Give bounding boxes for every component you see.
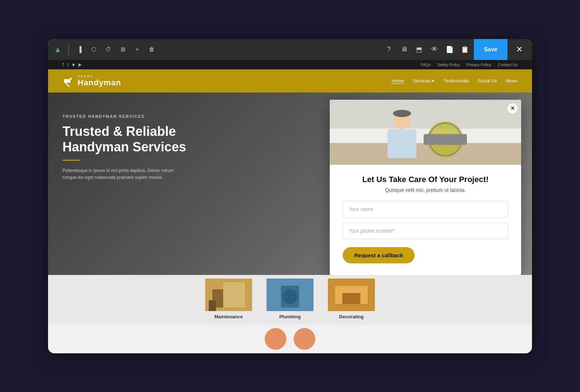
service-maintenance: Maintenance xyxy=(198,275,259,324)
toolbar: ▲ ▐ ⬡ ⏱ ⊞ + 🗑 ? 🖥 ⬒ 👁 📄 📋 Save ✕ xyxy=(48,39,532,60)
svg-rect-0 xyxy=(64,79,70,83)
plumbing-label: Plumbing xyxy=(279,314,300,319)
top-bar: f t ■ ▶ FAQs Safety Policy Privacy Polic… xyxy=(48,60,532,69)
logo-hammer-icon xyxy=(62,75,75,87)
app-frame: ▲ ▐ ⬡ ⏱ ⊞ + 🗑 ? 🖥 ⬒ 👁 📄 📋 Save ✕ f t ■ xyxy=(48,39,532,353)
delete-icon[interactable]: 🗑 xyxy=(146,44,157,55)
svg-line-2 xyxy=(65,83,69,86)
nav-testimonials[interactable]: Testimonials xyxy=(443,78,469,83)
history-icon[interactable]: ⏱ xyxy=(103,44,114,55)
top-navigation: FAQs Safety Policy Privacy Policy Contac… xyxy=(421,63,518,67)
plumbing-image xyxy=(267,279,313,311)
svg-point-12 xyxy=(393,110,411,117)
responsive-icon[interactable]: ⬒ xyxy=(414,44,425,55)
svg-rect-8 xyxy=(388,129,416,158)
sidebar-icon[interactable]: ▐ xyxy=(74,44,85,55)
decorating-image xyxy=(328,279,375,311)
hero-subtitle: TRUSTED HANDYMAN SERVICES xyxy=(62,114,214,119)
logo-icon[interactable]: ▲ xyxy=(52,44,63,55)
svg-rect-6 xyxy=(330,143,521,165)
hero-title: Trusted & ReliableHandyman Services xyxy=(62,124,214,155)
main-navigation: Home Services ▾ Testimonials About Us Ne… xyxy=(391,78,518,84)
nav-services[interactable]: Services ▾ xyxy=(413,78,434,83)
eye-icon[interactable]: 👁 xyxy=(429,44,440,55)
phone-input[interactable] xyxy=(343,223,508,239)
hero-section: TRUSTED HANDYMAN SERVICES Trusted & Reli… xyxy=(48,92,532,275)
instagram-icon[interactable]: ■ xyxy=(72,62,75,67)
save-button[interactable]: Save xyxy=(474,39,507,60)
logo: AVADA Handyman xyxy=(62,74,121,87)
nav-home[interactable]: Home xyxy=(391,78,404,84)
add-icon[interactable]: + xyxy=(132,44,143,55)
name-input[interactable] xyxy=(343,201,508,217)
hero-divider xyxy=(62,160,81,161)
service-plumbing: Plumbing xyxy=(259,275,321,324)
file-icon[interactable]: 📄 xyxy=(444,44,455,55)
youtube-icon[interactable]: ▶ xyxy=(78,62,82,67)
site-header: AVADA Handyman Home Services ▾ Testimoni… xyxy=(48,69,532,92)
modal-title: Let Us Take Care Of Your Project! xyxy=(343,175,508,184)
copy-icon[interactable]: 📋 xyxy=(459,44,470,55)
layout-icon[interactable]: ⬡ xyxy=(88,44,99,55)
svg-point-19 xyxy=(283,289,297,304)
svg-rect-5 xyxy=(330,100,521,129)
modal-body: Let Us Take Care Of Your Project! Quisqu… xyxy=(330,165,521,275)
svg-rect-1 xyxy=(70,78,72,80)
modal-image: ✕ xyxy=(330,100,521,165)
preview-icon[interactable]: 🖥 xyxy=(399,44,410,55)
worker-illustration xyxy=(330,100,521,165)
close-toolbar-button[interactable]: ✕ xyxy=(511,39,528,60)
service-decorating: Decorating xyxy=(321,275,382,324)
svg-rect-15 xyxy=(223,282,245,307)
logo-subtitle: AVADA xyxy=(78,74,121,78)
circle-2 xyxy=(294,328,315,350)
faqs-link[interactable]: FAQs xyxy=(421,63,431,67)
modal-subtitle: Quisque velit nisi, pretium ut lacinia. xyxy=(343,187,508,193)
twitter-icon[interactable]: t xyxy=(67,62,68,67)
nav-about[interactable]: About Us xyxy=(478,78,497,83)
hero-paragraph: Pellentesque in ipsum id orci porta dapi… xyxy=(62,167,214,181)
website-preview: f t ■ ▶ FAQs Safety Policy Privacy Polic… xyxy=(48,60,532,353)
browser-content: f t ■ ▶ FAQs Safety Policy Privacy Polic… xyxy=(48,60,532,353)
modal-close-button[interactable]: ✕ xyxy=(507,103,518,113)
logo-name: Handyman xyxy=(78,78,121,87)
help-icon[interactable]: ? xyxy=(384,44,394,55)
decorating-label: Decorating xyxy=(339,314,364,319)
facebook-icon[interactable]: f xyxy=(62,62,64,67)
callback-button[interactable]: Request a callback xyxy=(343,247,415,263)
safety-policy-link[interactable]: Safety Policy xyxy=(437,63,460,67)
contact-us-link[interactable]: Contact Us xyxy=(498,63,518,67)
social-icons: f t ■ ▶ xyxy=(62,62,82,67)
grid-icon[interactable]: ⊞ xyxy=(117,44,128,55)
hero-content: TRUSTED HANDYMAN SERVICES Trusted & Reli… xyxy=(62,114,214,181)
privacy-policy-link[interactable]: Privacy Policy xyxy=(467,63,491,67)
svg-rect-11 xyxy=(424,134,467,145)
maintenance-image xyxy=(205,279,252,311)
svg-rect-16 xyxy=(209,300,216,311)
circle-1 xyxy=(265,328,286,350)
services-row: Maintenance Plumbing xyxy=(48,275,532,324)
nav-news[interactable]: News xyxy=(506,78,518,83)
svg-rect-22 xyxy=(342,293,360,304)
maintenance-label: Maintenance xyxy=(215,314,243,319)
modal-popup: ✕ Let Us Take Care Of Your Project! Quis… xyxy=(330,100,521,275)
bottom-section xyxy=(48,324,532,353)
